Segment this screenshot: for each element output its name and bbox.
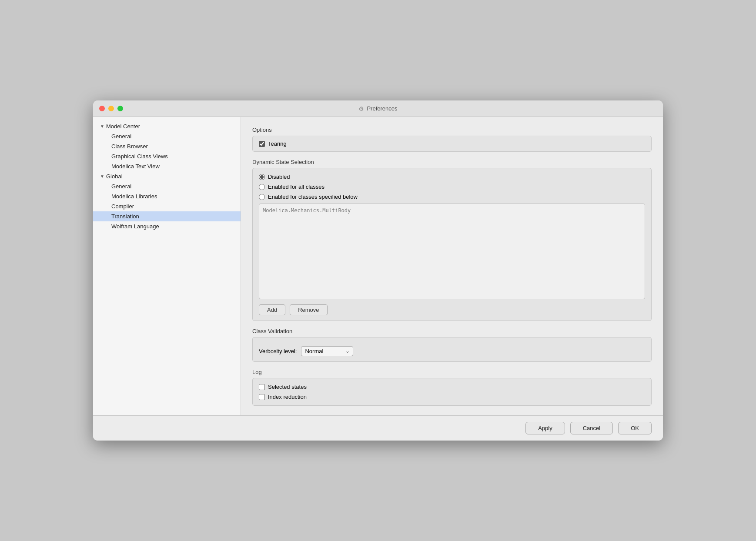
sidebar-label-general-global: General: [111, 183, 131, 190]
sidebar-label-compiler: Compiler: [111, 203, 134, 210]
index-reduction-row: Index reduction: [259, 394, 645, 400]
class-validation-section: Class Validation Verbosity level: Normal…: [252, 328, 652, 362]
window-title-area: ⚙ Preferences: [358, 105, 397, 112]
sidebar-label-model-center: Model Center: [106, 123, 140, 130]
verbosity-level-label: Verbosity level:: [259, 348, 297, 354]
sidebar-item-compiler[interactable]: Compiler: [93, 201, 241, 211]
options-label: Options: [252, 127, 652, 133]
sidebar-label-modelica-libraries: Modelica Libraries: [111, 193, 157, 200]
dss-enabled-all-row: Enabled for all classes: [259, 184, 645, 190]
dss-label: Dynamic State Selection: [252, 159, 652, 165]
sidebar: ▼ Model Center General Class Browser Gra…: [93, 117, 241, 415]
sidebar-item-modelica-libraries[interactable]: Modelica Libraries: [93, 191, 241, 201]
options-section: Options Tearing: [252, 127, 652, 152]
dss-enabled-specified-radio[interactable]: [259, 194, 265, 200]
index-reduction-label: Index reduction: [268, 394, 307, 400]
selected-states-row: Selected states: [259, 384, 645, 390]
sidebar-label-wolfram-language: Wolfram Language: [111, 223, 159, 230]
sidebar-item-graphical-class-views[interactable]: Graphical Class Views: [93, 151, 241, 161]
selected-states-label: Selected states: [268, 384, 307, 390]
dss-box: Disabled Enabled for all classes Enabled…: [252, 168, 652, 321]
dss-section: Dynamic State Selection Disabled Enabled…: [252, 159, 652, 321]
sidebar-label-global: Global: [106, 173, 123, 180]
tearing-label: Tearing: [268, 140, 287, 147]
verbosity-select-wrapper: Normal Verbose Debug Minimal: [301, 346, 353, 356]
tearing-checkbox[interactable]: [259, 141, 265, 147]
sidebar-item-model-center[interactable]: ▼ Model Center: [93, 121, 241, 131]
minimize-button[interactable]: [108, 106, 114, 111]
cancel-button[interactable]: Cancel: [570, 422, 613, 434]
add-button[interactable]: Add: [259, 304, 285, 315]
apply-button[interactable]: Apply: [525, 422, 565, 434]
gear-icon: ⚙: [358, 105, 364, 112]
sidebar-item-translation[interactable]: Translation: [93, 211, 241, 221]
window-title: Preferences: [367, 105, 397, 112]
dss-enabled-specified-label: Enabled for classes specified below: [268, 194, 358, 200]
sidebar-item-wolfram-language[interactable]: Wolfram Language: [93, 221, 241, 231]
preferences-window: ⚙ Preferences ▼ Model Center General Cla…: [93, 100, 663, 441]
close-button[interactable]: [99, 106, 105, 111]
class-validation-label: Class Validation: [252, 328, 652, 334]
sidebar-item-general-mc[interactable]: General: [93, 131, 241, 141]
sidebar-label-modelica-text-view: Modelica Text View: [111, 163, 160, 170]
dss-enabled-specified-row: Enabled for classes specified below: [259, 194, 645, 200]
index-reduction-checkbox[interactable]: [259, 394, 265, 400]
log-label: Log: [252, 369, 652, 375]
verbosity-select[interactable]: Normal Verbose Debug Minimal: [301, 346, 353, 356]
dss-disabled-radio[interactable]: [259, 174, 265, 180]
sidebar-item-general-global[interactable]: General: [93, 181, 241, 191]
sidebar-item-global[interactable]: ▼ Global: [93, 171, 241, 181]
dss-disabled-row: Disabled: [259, 174, 645, 180]
sidebar-label-general-mc: General: [111, 133, 131, 140]
options-box: Tearing: [252, 136, 652, 152]
remove-button[interactable]: Remove: [290, 304, 327, 315]
log-section: Log Selected states Index reduction: [252, 369, 652, 406]
verbosity-row: Verbosity level: Normal Verbose Debug Mi…: [259, 346, 645, 356]
maximize-button[interactable]: [117, 106, 123, 111]
dss-disabled-label: Disabled: [268, 174, 290, 180]
log-box: Selected states Index reduction: [252, 378, 652, 406]
selected-states-checkbox[interactable]: [259, 384, 265, 390]
add-remove-row: Add Remove: [259, 304, 645, 315]
dss-enabled-all-radio[interactable]: [259, 184, 265, 190]
sidebar-label-graphical-class-views: Graphical Class Views: [111, 153, 168, 160]
sidebar-label-class-browser: Class Browser: [111, 143, 148, 150]
sidebar-item-modelica-text-view[interactable]: Modelica Text View: [93, 161, 241, 171]
window-body: ▼ Model Center General Class Browser Gra…: [93, 117, 663, 415]
expand-icon-model-center: ▼: [100, 124, 104, 129]
class-validation-box: Verbosity level: Normal Verbose Debug Mi…: [252, 337, 652, 362]
classes-textarea[interactable]: [259, 204, 645, 299]
ok-button[interactable]: OK: [618, 422, 652, 434]
main-content: Options Tearing Dynamic State Selection …: [241, 117, 663, 415]
expand-icon-global: ▼: [100, 174, 104, 179]
sidebar-label-translation: Translation: [111, 213, 139, 220]
sidebar-item-class-browser[interactable]: Class Browser: [93, 141, 241, 151]
bottom-bar: Apply Cancel OK: [93, 415, 663, 441]
titlebar: ⚙ Preferences: [93, 100, 663, 117]
titlebar-buttons: [99, 106, 123, 111]
tearing-row: Tearing: [259, 140, 645, 147]
dss-enabled-all-label: Enabled for all classes: [268, 184, 324, 190]
